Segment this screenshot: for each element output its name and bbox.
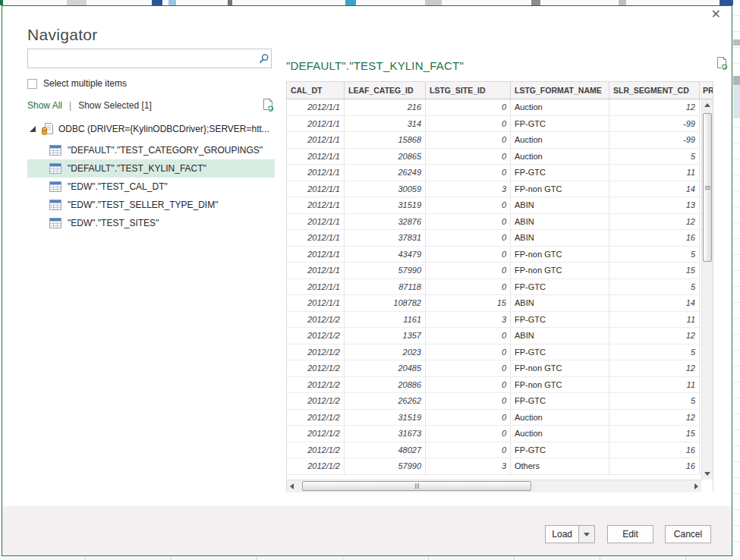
- refresh-icon[interactable]: [261, 98, 275, 112]
- table-cell: FP-GTC: [511, 442, 609, 458]
- table-row: 2012/1/211613FP-GTC11: [287, 312, 701, 329]
- table-cell: 2012/1/1: [287, 295, 345, 311]
- table-cell: -99: [609, 116, 700, 132]
- scroll-right-icon[interactable]: [694, 483, 698, 489]
- load-dropdown-arrow-icon[interactable]: [578, 526, 594, 543]
- table-cell: 31519: [345, 197, 426, 213]
- background-worksheet-sliver-right: [733, 0, 740, 560]
- table-cell: FP-non GTC: [511, 360, 609, 376]
- tree-root-odbc[interactable]: ODBC (DRIVER={KylinODBCDriver};SERVER=ht…: [27, 120, 275, 138]
- tree-item-label: "EDW"."TEST_SITES": [68, 218, 159, 228]
- column-header-cal_dt[interactable]: CAL_DT: [287, 82, 345, 99]
- tree-item-label: "EDW"."TEST_CAL_DT": [68, 181, 168, 192]
- table-row: 2012/1/1328760ABIN12: [287, 214, 701, 231]
- preview-refresh-icon[interactable]: [715, 56, 729, 71]
- table-cell: ABIN: [511, 197, 609, 213]
- table-cell: 15: [609, 426, 700, 442]
- table-body: 2012/1/12160Auction122012/1/13140FP-GTC-…: [287, 99, 701, 480]
- table-row: 2012/1/2208860FP-non GTC11: [287, 377, 701, 394]
- table-cell: 16: [609, 442, 700, 458]
- table-cell: 0: [426, 197, 511, 213]
- column-header-lstg_site_id[interactable]: LSTG_SITE_ID: [426, 82, 511, 99]
- table-cell: 31673: [345, 426, 426, 442]
- table-cell: 2012/1/1: [287, 99, 345, 115]
- table-row: 2012/1/13140FP-GTC-99: [287, 116, 701, 133]
- column-header-pri[interactable]: PRI: [700, 82, 713, 99]
- vertical-scrollbar[interactable]: [701, 99, 713, 480]
- edit-button[interactable]: Edit: [607, 525, 653, 543]
- table-cell: ABIN: [511, 230, 609, 246]
- table-cell: 14: [609, 295, 700, 311]
- table-header-row: CAL_DTLEAF_CATEG_IDLSTG_SITE_IDLSTG_FORM…: [287, 82, 713, 99]
- vertical-scrollbar-thumb[interactable]: [703, 113, 712, 262]
- tree-item-3[interactable]: "EDW"."TEST_SELLER_TYPE_DIM": [27, 196, 275, 214]
- show-selected-link[interactable]: Show Selected [1]: [78, 100, 152, 111]
- table-cell: 0: [426, 328, 511, 344]
- table-cell: ABIN: [511, 214, 609, 230]
- table-cell: 0: [426, 344, 511, 360]
- table-cell: ABIN: [511, 328, 609, 344]
- horizontal-scrollbar-thumb[interactable]: [302, 481, 531, 491]
- table-cell: 2012/1/1: [287, 230, 345, 246]
- table-cell: 2012/1/1: [287, 116, 345, 132]
- cancel-button[interactable]: Cancel: [665, 525, 711, 543]
- table-cell: 2012/1/1: [287, 214, 345, 230]
- table-cell: 0: [426, 116, 511, 132]
- background-worksheet-sliver-bottom: [0, 557, 740, 560]
- table-cell: FP-GTC: [511, 393, 609, 409]
- table-cell: 11: [609, 312, 700, 328]
- table-cell: 2012/1/1: [287, 132, 345, 148]
- dialog-footer: Load Edit Cancel: [2, 506, 732, 555]
- table-icon: [49, 163, 61, 174]
- close-icon[interactable]: ✕: [711, 8, 721, 20]
- table-cell: FP-non GTC: [511, 181, 609, 197]
- table-cell: 15: [426, 295, 511, 311]
- table-cell: 0: [426, 132, 511, 148]
- scroll-down-icon[interactable]: [704, 472, 710, 476]
- tree-item-4[interactable]: "EDW"."TEST_SITES": [27, 214, 275, 232]
- table-row: 2012/1/2316730Auction15: [287, 426, 701, 442]
- select-multiple-checkbox[interactable]: [27, 79, 37, 89]
- search-icon[interactable]: [256, 52, 271, 65]
- scroll-left-icon[interactable]: [290, 483, 294, 489]
- table-cell: 0: [426, 230, 511, 246]
- load-button[interactable]: Load: [546, 529, 578, 540]
- tree-item-0[interactable]: "DEFAULT"."TEST_CATEGORY_GROUPINGS": [27, 141, 275, 159]
- show-all-link[interactable]: Show All: [27, 100, 62, 111]
- table-cell: ABIN: [511, 295, 609, 311]
- table-cell: FP-GTC: [511, 165, 609, 181]
- table-cell: 2012/1/1: [287, 263, 345, 278]
- table-row: 2012/1/1300593FP-non GTC14: [287, 181, 701, 198]
- scroll-up-icon[interactable]: [704, 103, 710, 107]
- table-row: 2012/1/1579900FP-non GTC15: [287, 263, 701, 279]
- table-cell: 0: [426, 149, 511, 165]
- table-cell: Others: [511, 458, 609, 474]
- table-cell: 2023: [345, 344, 426, 360]
- column-header-leaf_categ_id[interactable]: LEAF_CATEG_ID: [345, 82, 426, 99]
- tree-item-1[interactable]: "DEFAULT"."TEST_KYLIN_FACT": [27, 159, 275, 178]
- table-cell: Auction: [511, 149, 609, 165]
- table-cell: 26249: [345, 165, 426, 181]
- table-cell: 43479: [345, 247, 426, 263]
- column-header-slr_segment_cd[interactable]: SLR_SEGMENT_CD: [609, 82, 700, 99]
- expand-collapse-icon[interactable]: [29, 125, 36, 133]
- table-cell: 0: [426, 214, 511, 230]
- table-cell: 26262: [345, 393, 426, 409]
- table-cell: 5: [609, 393, 700, 409]
- table-cell: 13: [609, 197, 700, 213]
- table-cell: 5: [609, 344, 700, 360]
- table-row: 2012/1/2315190Auction12: [287, 410, 701, 426]
- navigator-dialog: ✕ Navigator Select multiple items Show A…: [2, 5, 732, 556]
- table-cell: 2012/1/2: [287, 410, 345, 426]
- table-cell: 2012/1/1: [287, 149, 345, 165]
- table-cell: 12: [609, 360, 700, 376]
- tree-item-2[interactable]: "EDW"."TEST_CAL_DT": [27, 178, 275, 196]
- table-cell: 3: [426, 181, 511, 197]
- column-header-lstg_format_name[interactable]: LSTG_FORMAT_NAME: [511, 82, 609, 99]
- horizontal-scrollbar[interactable]: [287, 480, 701, 492]
- preview-table: CAL_DTLEAF_CATEG_IDLSTG_SITE_IDLSTG_FORM…: [286, 81, 713, 492]
- table-cell: 16: [609, 230, 700, 246]
- table-cell: 2012/1/1: [287, 181, 345, 197]
- table-row: 2012/1/2204850FP-non GTC12: [287, 360, 701, 377]
- search-input[interactable]: [28, 50, 256, 67]
